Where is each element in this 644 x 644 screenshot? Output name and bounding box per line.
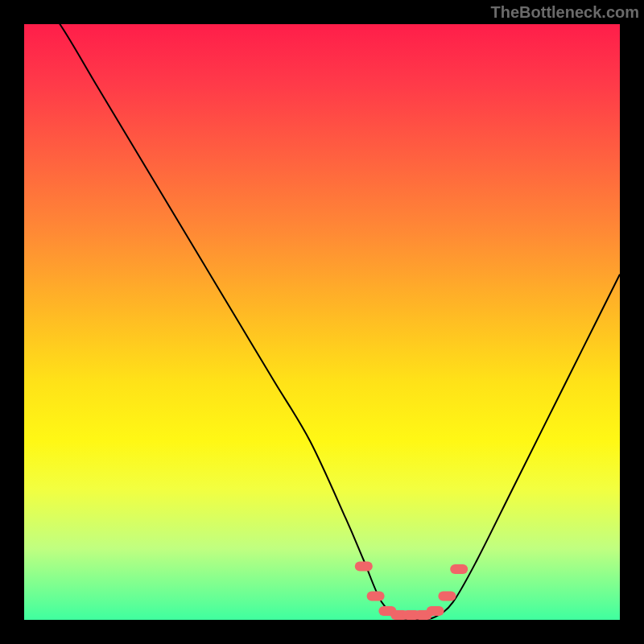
watermark: TheBottleneck.com (491, 3, 639, 22)
fit-indicator-dash (378, 606, 396, 616)
fit-indicator (355, 561, 468, 620)
fit-indicator-dash (402, 610, 420, 620)
curve-layer (24, 24, 620, 620)
fit-indicator-dash (415, 610, 432, 620)
fit-indicator-dash (367, 591, 385, 601)
bottleneck-curve (24, 24, 620, 620)
fit-indicator-dash (438, 591, 456, 601)
fit-indicator-dash (390, 610, 408, 620)
fit-indicator-dash (427, 606, 444, 616)
fit-indicator-dash (355, 561, 373, 571)
fit-indicator-dash (450, 564, 468, 574)
plot-area (24, 24, 620, 620)
